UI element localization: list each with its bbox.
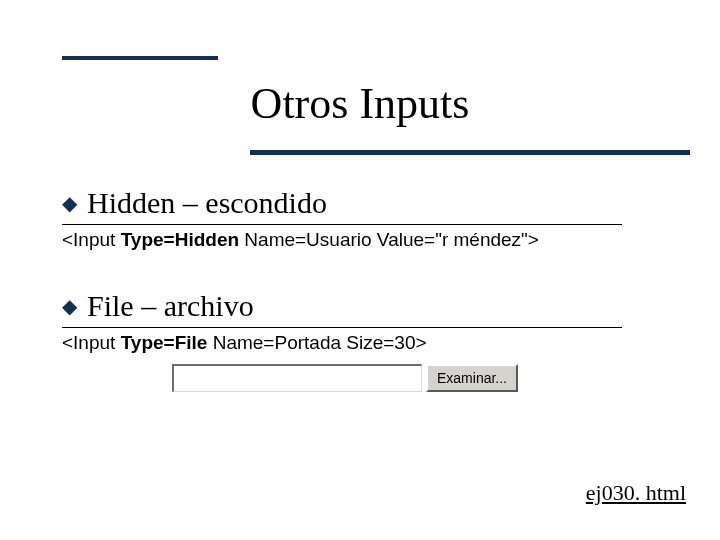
accent-bar-title [250, 150, 690, 155]
code-bold: Type=File [121, 332, 208, 353]
code-example: <Input Type=File Name=Portada Size=30> [62, 332, 680, 354]
code-bold: Type=Hidden [121, 229, 239, 250]
bullet-item: ◆ Hidden – escondido [62, 186, 680, 220]
bullet-icon: ◆ [62, 193, 77, 213]
bullet-item: ◆ File – archivo [62, 289, 680, 323]
slide-content: ◆ Hidden – escondido <Input Type=Hidden … [62, 186, 680, 392]
code-pre: <Input [62, 229, 121, 250]
code-post: Name=Usuario Value="r méndez"> [239, 229, 539, 250]
code-example: <Input Type=Hidden Name=Usuario Value="r… [62, 229, 680, 251]
bullet-heading: File – archivo [87, 289, 254, 323]
code-post: Name=Portada Size=30> [207, 332, 426, 353]
bullet-icon: ◆ [62, 296, 77, 316]
heading-underline [62, 224, 622, 225]
file-path-field[interactable] [172, 364, 422, 392]
accent-bar-top [62, 56, 218, 60]
browse-button[interactable]: Examinar... [426, 364, 518, 392]
heading-underline [62, 327, 622, 328]
footer-link[interactable]: ej030. html [586, 480, 686, 506]
file-input-widget: Examinar... [172, 364, 680, 392]
bullet-heading: Hidden – escondido [87, 186, 327, 220]
slide-title: Otros Inputs [251, 78, 470, 129]
code-pre: <Input [62, 332, 121, 353]
